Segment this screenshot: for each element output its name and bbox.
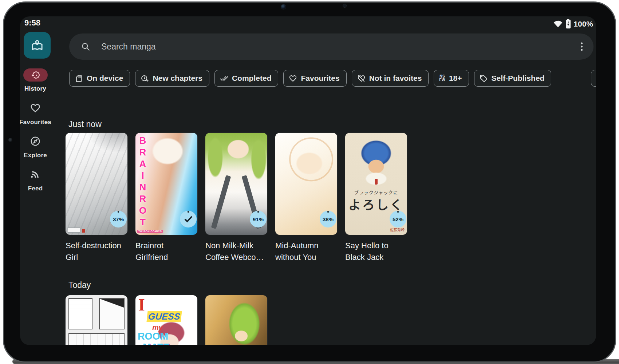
cover-comic-panel bbox=[68, 298, 92, 329]
section-header-today: Today bbox=[68, 280, 91, 290]
cover-publisher-text: TWISON COMICS bbox=[137, 230, 163, 233]
manga-cover-art: I GUESS my ROOM MATE bbox=[135, 295, 197, 345]
manga-cover-art: 38% bbox=[275, 133, 337, 235]
heart-icon bbox=[289, 74, 297, 83]
progress-badge: 91% bbox=[250, 211, 267, 228]
overflow-menu-button[interactable] bbox=[578, 40, 586, 54]
heart-off-icon bbox=[357, 74, 366, 83]
cover-title-text: MATE bbox=[143, 342, 170, 345]
manga-cover-art: 91% bbox=[205, 133, 267, 235]
cover-red-mark bbox=[82, 229, 85, 233]
cover-label-box bbox=[68, 228, 80, 233]
tag-icon bbox=[480, 74, 488, 83]
cover-tie-shape bbox=[375, 179, 378, 185]
cover-title-text: BRAINROT bbox=[137, 135, 148, 228]
chip-new-chapters[interactable]: New chapters bbox=[135, 70, 209, 87]
double-check-icon bbox=[220, 74, 228, 83]
chip-on-device[interactable]: On device bbox=[69, 70, 130, 87]
cover-title-text: ROOM bbox=[138, 331, 168, 342]
sd-card-icon bbox=[75, 74, 83, 83]
clock-plus-icon bbox=[141, 74, 149, 83]
cover-apron-strap bbox=[211, 175, 231, 229]
manga-title: Non Milk-Milk Coffee Webco… bbox=[205, 240, 267, 263]
sidebar-item-explore[interactable] bbox=[30, 136, 41, 147]
section-header-just-now: Just now bbox=[68, 119, 102, 129]
manga-card[interactable] bbox=[66, 295, 127, 345]
chip-favourites[interactable]: Favourites bbox=[283, 70, 346, 87]
manga-card[interactable]: 91% Non Milk-Milk Coffee Webco… bbox=[205, 133, 267, 263]
manga-card[interactable] bbox=[205, 295, 267, 345]
chip-partially-visible[interactable] bbox=[591, 70, 596, 87]
app-screen: 9:58 100% bbox=[20, 16, 596, 345]
compass-icon bbox=[30, 136, 41, 147]
cover-comic-panel bbox=[99, 298, 125, 329]
manga-card[interactable]: 38% Mid-Autumn without You bbox=[275, 133, 337, 263]
manga-title: Self-destruction Girl bbox=[66, 240, 127, 263]
completed-badge bbox=[180, 211, 197, 228]
side-camera-icon bbox=[8, 138, 12, 142]
search-bar[interactable]: Search manga bbox=[69, 33, 594, 60]
cover-author-text: 佐藤秀峰 bbox=[390, 227, 405, 232]
history-row-just-now: 37% Self-destruction Girl BRAINROT TWISO… bbox=[66, 133, 407, 263]
chip-not-in-favourites[interactable]: Not in favoites bbox=[352, 70, 429, 87]
sidebar-label-explore[interactable]: Explore bbox=[24, 152, 47, 159]
cover-title-large-text: よろしく bbox=[345, 195, 407, 213]
history-row-today: I GUESS my ROOM MATE bbox=[66, 295, 267, 345]
history-icon bbox=[31, 70, 40, 80]
sidebar-label-history[interactable]: History bbox=[24, 85, 46, 92]
manga-card[interactable]: 37% Self-destruction Girl bbox=[66, 133, 127, 263]
status-icons: 100% bbox=[553, 19, 593, 29]
search-placeholder: Search manga bbox=[101, 42, 156, 52]
nav-rail: History Favourites Explore Feed bbox=[20, 16, 64, 345]
sidebar-label-feed[interactable]: Feed bbox=[28, 185, 43, 192]
cover-title-text: GUESS bbox=[146, 311, 182, 322]
sidebar-item-favourites[interactable] bbox=[30, 103, 41, 114]
app-logo-button[interactable] bbox=[24, 32, 51, 59]
manga-cover-art bbox=[66, 295, 127, 345]
manga-title: Say Hello to Black Jack bbox=[345, 240, 407, 263]
chip-self-published[interactable]: Self-Published bbox=[474, 70, 552, 87]
battery-charging-icon bbox=[565, 19, 571, 29]
manga-cover-art: ブラックジャックに よろしく 佐藤秀峰 52% bbox=[345, 133, 407, 235]
sidebar-item-feed[interactable] bbox=[30, 169, 40, 179]
manga-cover-art: 37% bbox=[66, 133, 127, 235]
wifi-icon bbox=[553, 20, 563, 28]
sensor-dot-icon bbox=[343, 4, 346, 7]
cover-comic-panel bbox=[68, 333, 125, 345]
manga-card[interactable]: BRAINROT TWISON COMICS Brainrot Girlfrie… bbox=[135, 133, 197, 263]
nsfw-icon: NSFW bbox=[439, 75, 445, 82]
heart-icon bbox=[30, 103, 41, 114]
check-icon bbox=[180, 211, 197, 228]
sidebar-label-favourites[interactable]: Favourites bbox=[20, 119, 51, 126]
progress-badge: 52% bbox=[390, 211, 406, 228]
filter-chip-row: On device New chapters Completed bbox=[69, 70, 596, 87]
cover-title-text: I bbox=[138, 295, 145, 314]
manga-cover-art: BRAINROT TWISON COMICS bbox=[135, 133, 197, 235]
front-camera-icon bbox=[281, 4, 286, 9]
progress-badge: 38% bbox=[320, 211, 336, 228]
chip-18-plus[interactable]: NSFW 18+ bbox=[434, 70, 469, 87]
manga-card[interactable]: I GUESS my ROOM MATE bbox=[135, 295, 197, 345]
battery-percent: 100% bbox=[573, 20, 593, 28]
manga-title: Mid-Autumn without You bbox=[275, 240, 337, 263]
manga-cover-art bbox=[205, 295, 267, 345]
progress-badge: 37% bbox=[110, 211, 127, 228]
manga-card[interactable]: ブラックジャックに よろしく 佐藤秀峰 52% Say Hello to Bla… bbox=[345, 133, 407, 263]
reader-book-icon bbox=[29, 38, 45, 53]
rss-icon bbox=[30, 169, 40, 179]
tablet-frame: 9:58 100% bbox=[3, 1, 616, 363]
sidebar-item-history[interactable] bbox=[23, 68, 48, 82]
search-icon bbox=[81, 42, 90, 51]
manga-title: Brainrot Girlfriend bbox=[135, 240, 197, 263]
chip-completed[interactable]: Completed bbox=[214, 70, 279, 87]
